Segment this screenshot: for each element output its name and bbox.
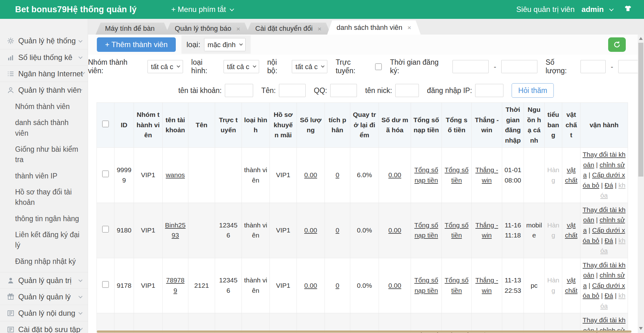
close-icon[interactable]: ×	[236, 25, 240, 32]
scroll-down-icon[interactable]	[639, 327, 643, 330]
tab-member-list[interactable]: danh sách thành viên ×	[327, 20, 420, 35]
select-all-checkbox[interactable]	[102, 121, 109, 127]
ops-separator: |	[613, 292, 619, 299]
balance-link[interactable]: 0.00	[388, 282, 401, 289]
material-link[interactable]: vật chất	[565, 166, 578, 184]
amount-from-input[interactable]	[580, 60, 606, 73]
total-link[interactable]: Tổng số tiền	[445, 221, 469, 239]
table-row: 9178VIP17897892121123456thành viênVIP10.…	[97, 258, 628, 313]
name-input[interactable]	[279, 84, 306, 97]
regtime-to-input[interactable]	[501, 60, 537, 73]
deposit-link[interactable]: Tổng số nạp tiền	[414, 221, 438, 239]
win-link[interactable]: Thắng - win	[475, 221, 498, 239]
sidebar-item-statistics[interactable]: Số liệu thống kê	[0, 49, 88, 65]
close-icon[interactable]: ×	[318, 25, 321, 32]
scroll-up-icon[interactable]	[639, 37, 643, 40]
tab-notice-management[interactable]: Quản lý thông báo ×	[165, 23, 250, 35]
balance-link-cell: 0.00	[379, 203, 411, 258]
balance-link-cell: 0.00	[379, 148, 411, 203]
col-header-type: loại hình	[242, 103, 270, 148]
points-link[interactable]: 0	[336, 171, 339, 178]
submenu-item-member-list[interactable]: danh sách thành viên	[0, 115, 88, 141]
points-link[interactable]: 0	[336, 227, 339, 234]
qq-input[interactable]	[330, 84, 357, 97]
sidebar-item-system[interactable]: Quản lý hệ thống	[0, 33, 88, 49]
cell-rebate: 0.0%	[350, 258, 379, 313]
account-link[interactable]: 789789	[166, 276, 184, 294]
type-filter-panel: loại: mặc định	[181, 35, 251, 54]
submenu-item-same-as-test[interactable]: Giống như bài kiểm tra	[0, 141, 88, 168]
chevron-down-icon	[79, 55, 83, 59]
submenu-item-account-change-log[interactable]: Hồ sơ thay đổi tài khoản	[0, 184, 88, 211]
type-select[interactable]: mặc định	[204, 38, 246, 51]
cell-state: Hàng	[545, 203, 562, 258]
deposit-link[interactable]: Tổng số nạp tiền	[414, 276, 438, 294]
nick-input[interactable]	[395, 84, 419, 97]
query-button[interactable]: Hỏi thăm	[512, 83, 554, 98]
cell-promo: VIP1	[270, 258, 297, 313]
tab-conversion-settings[interactable]: Cài đặt chuyển đổi ×	[246, 23, 331, 35]
sidebar-item-internet-banking[interactable]: Ngân hàng Internet	[0, 65, 88, 82]
shortcut-menu-button[interactable]: + Menu phím tắt	[171, 5, 233, 14]
amount-link[interactable]: 0.00	[304, 171, 317, 178]
material-link[interactable]: vật chất	[565, 276, 578, 294]
op-link[interactable]: Đá	[605, 292, 613, 299]
amount-link[interactable]: 0.00	[304, 282, 317, 289]
member-type-select[interactable]: tất cả c	[224, 60, 259, 73]
row-checkbox[interactable]	[102, 226, 109, 232]
cell-id: 9177	[114, 313, 134, 333]
total-link-cell: Tổng số tiền	[442, 258, 472, 313]
deposit-link[interactable]: Tổng số nạp tiền	[414, 166, 438, 184]
submenu-item-login-log[interactable]: Đăng nhập nhật ký	[0, 254, 88, 270]
account-input[interactable]	[225, 84, 253, 97]
total-link[interactable]: Tổng số tiền	[445, 276, 469, 294]
op-link[interactable]: Đá	[605, 182, 613, 189]
amount-link[interactable]: 0.00	[304, 227, 317, 234]
submenu-item-agent-register-link[interactable]: Liên kết đăng ký đại lý	[0, 227, 88, 254]
username-menu[interactable]: admin	[581, 5, 604, 14]
material-link[interactable]: vật chất	[565, 221, 578, 239]
filter-row-2: tên tài khoản: Tên: QQ: tên nick: đăng n…	[88, 79, 644, 102]
win-link[interactable]: Thắng - win	[475, 276, 498, 294]
internal-select[interactable]: tất cả c	[292, 60, 327, 73]
sidebar-item-collection-settings[interactable]: Cài đặt bộ sưu tập	[0, 321, 88, 333]
account-link[interactable]: Binh2593	[165, 221, 186, 239]
online-checkbox[interactable]	[375, 63, 382, 70]
member-group-select[interactable]: tất cả c	[147, 60, 183, 73]
balance-link[interactable]: 0.00	[388, 227, 401, 234]
cell-id: 99999	[114, 148, 134, 203]
refresh-button[interactable]	[608, 37, 626, 52]
scrollbar-thumb[interactable]	[638, 43, 643, 177]
op-link[interactable]: Đá	[605, 237, 613, 244]
add-member-button[interactable]: + Thêm thành viên	[97, 37, 176, 52]
type-label: loại:	[186, 40, 200, 49]
ops-separator: |	[587, 171, 592, 178]
submenu-item-member-ip[interactable]: thành viên IP	[0, 168, 88, 184]
submenu-item-bank-info[interactable]: thông tin ngân hàng	[0, 211, 88, 227]
account-link[interactable]: wanos	[166, 171, 185, 178]
amount-label: Số lượng:	[546, 58, 577, 75]
tab-desktop[interactable]: Máy tính để bàn	[96, 23, 169, 35]
sidebar-item-admin-management[interactable]: Quản lý quản trị	[0, 272, 88, 288]
sidebar-item-content-management[interactable]: Quản lý nội dung	[0, 305, 88, 321]
vertical-scrollbar[interactable]	[638, 35, 644, 333]
horizontal-scrollbar-thumb[interactable]	[97, 330, 631, 333]
points-link[interactable]: 0	[336, 282, 339, 289]
regtime-from-input[interactable]	[452, 60, 489, 73]
tshirt-theme-icon[interactable]	[623, 4, 633, 14]
close-icon[interactable]: ×	[408, 24, 411, 31]
win-link[interactable]: Thắng - win	[475, 166, 498, 184]
row-checkbox[interactable]	[102, 281, 109, 288]
shortcut-menu-label: + Menu phím tắt	[171, 5, 226, 14]
total-link[interactable]: Tổng số tiền	[445, 166, 469, 184]
sidebar-item-label: Quản lý hệ thống	[18, 36, 79, 45]
col-header-points: tích phân	[325, 103, 350, 148]
login-ip-input[interactable]	[475, 84, 503, 97]
balance-link[interactable]: 0.00	[388, 171, 401, 178]
submenu-item-member-groups[interactable]: Nhóm thành viên	[0, 99, 88, 115]
gift-icon	[7, 293, 14, 301]
row-checkbox[interactable]	[102, 171, 109, 177]
col-header-account: tên tài khoản	[163, 103, 188, 148]
sidebar-item-member-management[interactable]: Quản lý thành viên	[0, 82, 88, 98]
sidebar-item-management[interactable]: Quản lý quản lý	[0, 288, 88, 305]
